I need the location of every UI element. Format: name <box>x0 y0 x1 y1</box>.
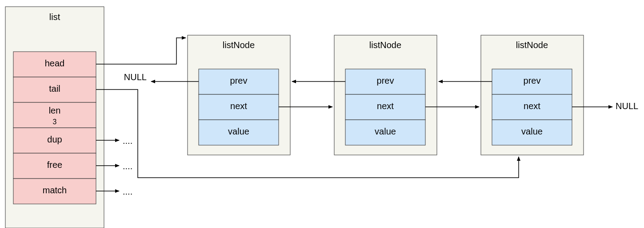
list-fields: head tail len 3 dup free match <box>13 52 96 204</box>
svg-text:value: value <box>521 126 543 136</box>
svg-text:value: value <box>228 126 249 136</box>
list-node-1: listNode prev next value <box>188 35 290 155</box>
list-node-3: listNode prev next value <box>481 35 584 155</box>
node1-title: listNode <box>223 40 255 50</box>
label-len: len <box>49 106 61 115</box>
svg-text:value: value <box>375 126 396 136</box>
null-right-label: NULL <box>616 101 638 111</box>
svg-text:prev: prev <box>524 76 541 86</box>
node2-title: listNode <box>369 40 401 50</box>
label-dup: dup <box>47 134 62 144</box>
label-len-value: 3 <box>53 118 57 126</box>
list-node-2: listNode prev next value <box>334 35 437 155</box>
label-match: match <box>43 185 67 195</box>
node3-title: listNode <box>516 40 548 50</box>
null-left-label: NULL <box>124 72 147 82</box>
svg-text:next: next <box>230 101 247 111</box>
ellipsis-free: .... <box>123 161 132 171</box>
arrow-head-to-node1 <box>96 38 186 64</box>
ellipsis-dup: .... <box>123 136 132 146</box>
label-head: head <box>45 58 65 68</box>
svg-text:next: next <box>524 101 540 111</box>
ellipsis-match: .... <box>123 187 132 196</box>
svg-text:prev: prev <box>230 76 248 86</box>
arrow-tail-to-node3 <box>96 90 519 178</box>
label-free: free <box>47 160 62 170</box>
svg-text:prev: prev <box>377 76 394 86</box>
svg-text:next: next <box>377 101 394 111</box>
list-title: list <box>49 12 60 22</box>
label-tail: tail <box>49 84 60 94</box>
diagram: list head tail len 3 dup free match list… <box>0 0 644 228</box>
